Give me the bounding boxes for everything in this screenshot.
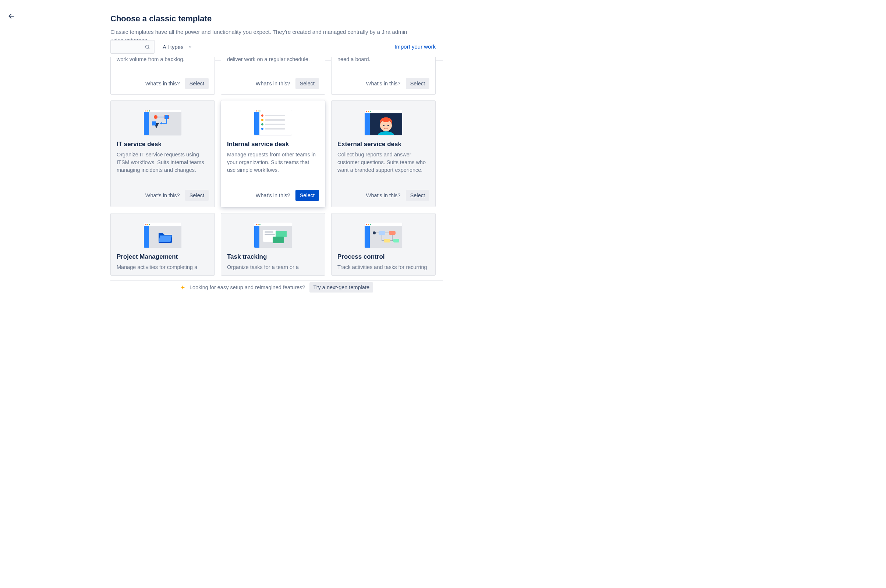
card-title: Process control bbox=[337, 253, 429, 261]
whats-in-this-link[interactable]: What's in this? bbox=[253, 190, 293, 201]
svg-point-0 bbox=[146, 45, 149, 48]
card-desc: Collect bug reports and answer customer … bbox=[337, 151, 429, 183]
svg-point-1 bbox=[154, 115, 157, 119]
card-desc: Manage requests from other teams in your… bbox=[227, 151, 319, 183]
whats-in-this-link[interactable]: What's in this? bbox=[253, 78, 293, 88]
card-illustration bbox=[221, 213, 325, 250]
select-button[interactable]: Select bbox=[185, 78, 208, 89]
search-icon bbox=[145, 44, 150, 50]
card-illustration bbox=[111, 213, 214, 250]
svg-rect-83 bbox=[265, 115, 285, 116]
card-desc: Organize IT service requests using ITSM … bbox=[117, 151, 208, 183]
card-illustration bbox=[331, 213, 435, 250]
svg-rect-98 bbox=[273, 237, 284, 243]
card-illustration bbox=[331, 101, 435, 138]
import-your-work-link[interactable]: Import your work bbox=[394, 44, 436, 50]
footer-text: Looking for easy setup and reimagined fe… bbox=[189, 284, 305, 290]
svg-rect-100 bbox=[379, 231, 385, 235]
select-button[interactable]: Select bbox=[185, 190, 208, 201]
card-desc-fragment: work volume from a backlog. bbox=[117, 57, 208, 63]
svg-point-93 bbox=[387, 125, 389, 126]
select-button[interactable]: Select bbox=[295, 78, 319, 89]
card-illustration bbox=[221, 101, 325, 138]
card-desc: Track activities and tasks for recurring bbox=[337, 264, 429, 274]
whats-in-this-link[interactable]: What's in this? bbox=[363, 190, 403, 201]
select-button[interactable]: Select bbox=[406, 78, 429, 89]
svg-rect-87 bbox=[265, 124, 285, 125]
svg-point-88 bbox=[261, 128, 264, 130]
card-illustration bbox=[111, 101, 214, 138]
svg-rect-102 bbox=[384, 239, 390, 243]
card-desc: Manage activities for completing a bbox=[117, 264, 208, 274]
svg-rect-97 bbox=[276, 231, 286, 237]
svg-point-99 bbox=[373, 231, 376, 234]
svg-point-84 bbox=[261, 119, 264, 121]
template-card-task-tracking[interactable]: Task tracking Organize tasks for a team … bbox=[221, 213, 325, 276]
card-title: IT service desk bbox=[117, 141, 208, 148]
whats-in-this-link[interactable]: What's in this? bbox=[363, 78, 403, 88]
svg-rect-95 bbox=[265, 231, 273, 232]
svg-marker-5 bbox=[160, 122, 162, 125]
svg-point-90 bbox=[378, 131, 394, 135]
select-button[interactable]: Select bbox=[295, 190, 319, 201]
whats-in-this-link[interactable]: What's in this? bbox=[142, 78, 183, 88]
template-card-process-control[interactable]: Process control Track activities and tas… bbox=[331, 213, 436, 276]
svg-rect-7 bbox=[152, 122, 156, 126]
search-input[interactable] bbox=[110, 40, 154, 54]
template-card-internal-service-desk[interactable]: Internal service desk Manage requests fr… bbox=[221, 100, 325, 207]
card-desc-fragment: need a board. bbox=[337, 57, 429, 63]
template-card-external-service-desk[interactable]: External service desk Collect bug report… bbox=[331, 100, 436, 207]
chevron-down-icon bbox=[188, 45, 192, 49]
card-title: Internal service desk bbox=[227, 141, 319, 148]
template-card-partial: need a board. What's in this? Select bbox=[331, 57, 436, 94]
whats-in-this-link[interactable]: What's in this? bbox=[142, 190, 183, 201]
template-card-partial: work volume from a backlog. What's in th… bbox=[110, 57, 215, 94]
back-button[interactable] bbox=[6, 11, 16, 21]
card-title: Project Management bbox=[117, 253, 208, 261]
svg-rect-85 bbox=[265, 119, 285, 121]
page-title: Choose a classic template bbox=[110, 14, 436, 24]
svg-rect-89 bbox=[265, 128, 285, 129]
template-card-it-service-desk[interactable]: IT service desk Organize IT service requ… bbox=[110, 100, 215, 207]
svg-rect-96 bbox=[265, 234, 275, 235]
template-card-partial: deliver work on a regular schedule. What… bbox=[221, 57, 325, 94]
card-desc-fragment: deliver work on a regular schedule. bbox=[227, 57, 319, 63]
svg-point-92 bbox=[383, 125, 384, 126]
template-card-project-management[interactable]: Project Management Manage activities for… bbox=[110, 213, 215, 276]
card-desc: Organize tasks for a team or a bbox=[227, 264, 319, 274]
svg-point-82 bbox=[261, 114, 264, 117]
select-button[interactable]: Select bbox=[406, 190, 429, 201]
card-title: External service desk bbox=[337, 141, 429, 148]
svg-rect-103 bbox=[393, 239, 399, 243]
svg-rect-101 bbox=[389, 231, 396, 235]
sparkle-icon: ✦ bbox=[180, 284, 185, 291]
type-filter-dropdown[interactable]: All types bbox=[161, 42, 193, 52]
svg-point-81 bbox=[165, 115, 169, 119]
try-nextgen-button[interactable]: Try a next-gen template bbox=[309, 282, 373, 292]
type-filter-label: All types bbox=[163, 44, 184, 50]
cards-scroll-area[interactable]: work volume from a backlog. What's in th… bbox=[110, 57, 439, 280]
card-title: Task tracking bbox=[227, 253, 319, 261]
svg-point-86 bbox=[261, 123, 264, 126]
footer-bar: ✦ Looking for easy setup and reimagined … bbox=[110, 280, 443, 294]
